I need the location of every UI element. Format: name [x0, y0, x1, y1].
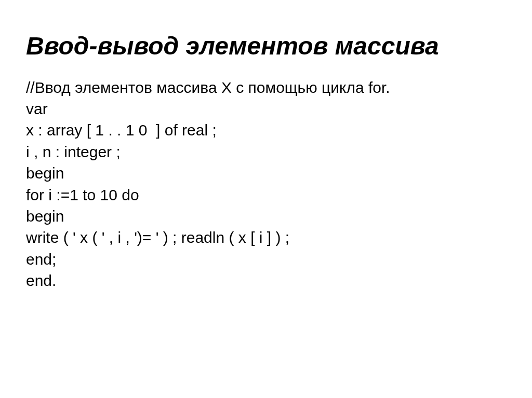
code-line: begin [26, 205, 506, 227]
code-line: begin [26, 162, 506, 184]
code-line: var [26, 98, 506, 119]
code-line: end. [26, 270, 506, 291]
code-line: end; [26, 249, 506, 270]
code-line: write ( ' x ( ' , i , ')= ' ) ; readln (… [26, 227, 506, 248]
code-block: //Ввод элементов массива X с помощью цик… [26, 77, 506, 292]
slide-title: Ввод-вывод элементов массива [26, 31, 506, 61]
code-line: for i :=1 to 10 do [26, 184, 506, 205]
code-line: //Ввод элементов массива X с помощью цик… [26, 77, 506, 98]
code-line: x : array [ 1 . . 1 0 ] of real ; [26, 119, 506, 141]
code-line: i , n : integer ; [26, 141, 506, 162]
